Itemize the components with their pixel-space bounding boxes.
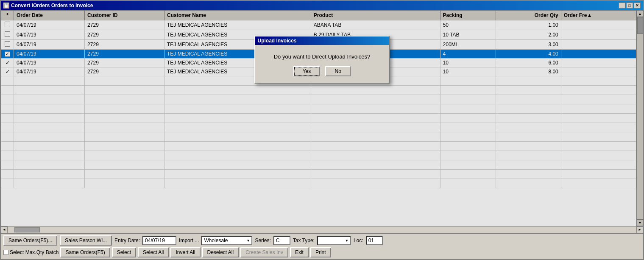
loc-input[interactable]: 01	[366, 236, 383, 245]
series-label: Series:	[255, 238, 270, 243]
deselect-all-button[interactable]: Deselect All	[202, 247, 239, 257]
select-button[interactable]: Select	[112, 247, 136, 257]
modal-title: Upload Invoices	[258, 38, 297, 44]
invert-all-button[interactable]: Invert All	[170, 247, 200, 257]
table-wrapper: * Order Date Customer ID Customer Name P…	[1, 10, 643, 226]
maximize-button[interactable]: □	[626, 3, 633, 8]
scroll-track-h[interactable]	[14, 227, 630, 232]
exit-button[interactable]: Exit	[290, 247, 309, 257]
entry-date-input[interactable]: 04/07/19	[142, 236, 176, 245]
wholesale-value: Wholesale	[204, 238, 228, 243]
tax-type-arrow-icon: ▼	[345, 239, 348, 243]
no-button[interactable]: No	[325, 66, 351, 76]
scroll-thumb-h[interactable]	[14, 227, 40, 232]
same-orders-button[interactable]: Same Orders(F5)...	[3, 235, 57, 246]
select-max-qty-checkbox-group: Select Max.Qty Batch	[3, 249, 59, 255]
modal-title-bar: Upload Invoices	[255, 36, 389, 45]
dropdown-arrow-icon: ▼	[247, 239, 250, 243]
select-all-button[interactable]: Select All	[138, 247, 169, 257]
select-max-qty-checkbox[interactable]	[3, 250, 8, 255]
main-content: * Order Date Customer ID Customer Name P…	[1, 10, 643, 233]
bottom-row2: Select Max.Qty Batch Same Orders(F5) Sel…	[3, 247, 641, 257]
sales-person-button[interactable]: Sales Person Wi...	[60, 235, 112, 246]
modal-message: Do you want to Direct Upload Invoices?	[264, 53, 381, 60]
window-title: Convert iOrders Orders to Invoice	[11, 3, 93, 8]
import-label: Import ...	[179, 238, 199, 243]
select-max-qty-label: Select Max.Qty Batch	[10, 249, 59, 255]
tax-type-label: Tax Type:	[293, 238, 315, 243]
horizontal-scrollbar[interactable]: ◄ ►	[1, 226, 643, 233]
close-button[interactable]: ✕	[634, 3, 641, 8]
entry-date-label: Entry Date:	[114, 238, 140, 243]
modal-overlay: Upload Invoices Do you want to Direct Up…	[1, 10, 643, 226]
modal-body: Do you want to Direct Upload Invoices?	[255, 45, 389, 66]
create-sales-inv-button[interactable]: Create Sales Inv	[240, 247, 288, 257]
tax-type-dropdown[interactable]: ▼	[317, 236, 351, 245]
window-icon: 📋	[3, 3, 9, 8]
wholesale-dropdown[interactable]: Wholesale ▼	[201, 236, 252, 245]
loc-label: Loc:	[354, 238, 363, 243]
yes-button[interactable]: Yes	[293, 66, 321, 76]
scroll-right-button[interactable]: ►	[636, 226, 643, 233]
upload-invoices-dialog: Upload Invoices Do you want to Direct Up…	[254, 36, 390, 84]
same-orders-f5-button[interactable]: Same Orders(F5)	[60, 247, 110, 257]
print-button[interactable]: Print	[310, 247, 331, 257]
title-bar: 📋 Convert iOrders Orders to Invoice _ □ …	[1, 1, 643, 10]
main-window: 📋 Convert iOrders Orders to Invoice _ □ …	[0, 0, 644, 260]
modal-buttons: Yes No	[255, 66, 389, 83]
title-buttons: _ □ ✕	[619, 3, 641, 8]
title-bar-left: 📋 Convert iOrders Orders to Invoice	[3, 3, 93, 8]
bottom-row1: Same Orders(F5)... Sales Person Wi... En…	[3, 235, 641, 246]
bottom-bar: Same Orders(F5)... Sales Person Wi... En…	[1, 233, 643, 259]
minimize-button[interactable]: _	[619, 3, 625, 8]
series-input[interactable]: C	[273, 236, 290, 245]
scroll-left-button[interactable]: ◄	[1, 226, 8, 233]
